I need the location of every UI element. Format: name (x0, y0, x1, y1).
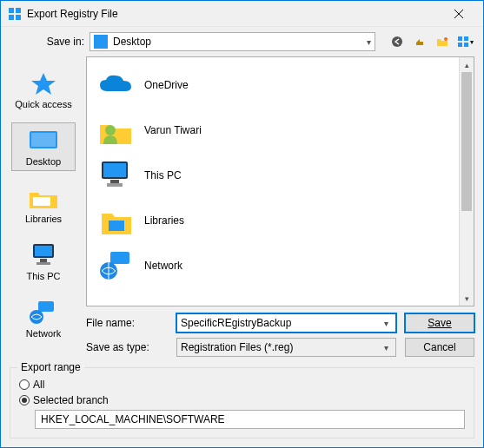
quick-access-icon (26, 69, 61, 97)
save-as-type-combo[interactable]: Registration Files (*.reg) ▾ (176, 338, 396, 357)
places-this-pc[interactable]: This PC (11, 237, 76, 286)
file-item-label: Libraries (144, 214, 184, 227)
file-item-onedrive[interactable]: OneDrive (87, 63, 474, 108)
svg-rect-11 (464, 43, 468, 47)
this-pc-icon (96, 155, 136, 195)
file-list[interactable]: OneDrive Varun Tiwari This PC Libraries … (86, 56, 474, 306)
form-rows: File name: ▾ Save Save as type: Registra… (86, 313, 474, 357)
places-libraries[interactable]: Libraries (11, 180, 76, 228)
svg-rect-15 (33, 197, 50, 206)
radio-selected-branch[interactable]: Selected branch (19, 394, 465, 406)
user-folder-icon (96, 110, 136, 150)
places-label: Libraries (25, 214, 62, 224)
svg-rect-14 (31, 133, 56, 147)
radio-all-label: All (33, 379, 44, 391)
file-item-label: This PC (144, 169, 182, 181)
svg-rect-3 (16, 15, 21, 20)
desktop-icon (94, 35, 108, 49)
libraries-icon (96, 201, 136, 240)
places-label: This PC (26, 271, 60, 281)
save-in-combo[interactable]: Desktop ▾ (90, 32, 375, 51)
chevron-down-icon: ▾ (367, 37, 371, 47)
filename-label: File name: (86, 317, 168, 329)
svg-point-22 (105, 125, 116, 135)
radio-all-dot (19, 379, 30, 390)
svg-rect-24 (103, 163, 126, 177)
file-item-label: Varun Tiwari (144, 124, 202, 136)
scroll-down-button[interactable]: ▾ (460, 291, 474, 306)
places-label: Network (26, 328, 61, 339)
branch-path-input[interactable] (35, 410, 465, 429)
filename-field[interactable] (181, 317, 381, 329)
radio-selected-dot (19, 395, 30, 405)
scroll-up-button[interactable]: ▴ (460, 57, 474, 72)
network-icon (26, 299, 61, 326)
filename-input[interactable]: ▾ (176, 313, 396, 333)
places-quick-access[interactable]: Quick access (11, 65, 76, 114)
file-item-network[interactable]: Network (87, 243, 474, 288)
title-bar: Export Registry File (1, 1, 483, 27)
places-label: Quick access (15, 99, 71, 109)
svg-point-6 (392, 36, 402, 47)
onedrive-icon (96, 65, 136, 105)
svg-rect-27 (109, 221, 124, 231)
this-pc-icon (26, 241, 61, 269)
close-button[interactable] (441, 1, 476, 27)
save-as-type-value: Registration Files (*.reg) (181, 341, 381, 353)
radio-all[interactable]: All (19, 379, 465, 391)
branch-path-field[interactable] (41, 413, 459, 425)
new-folder-button[interactable] (433, 32, 452, 51)
views-button[interactable]: ▾ (455, 32, 474, 51)
file-item-this-pc[interactable]: This PC (87, 153, 474, 198)
scrollbar[interactable]: ▴ ▾ (459, 57, 474, 306)
window-title: Export Registry File (27, 8, 441, 20)
file-item-label: OneDrive (144, 79, 189, 91)
svg-rect-20 (38, 301, 54, 312)
chevron-down-icon[interactable]: ▾ (381, 343, 392, 352)
up-one-level-button[interactable] (410, 32, 429, 51)
network-icon (96, 246, 136, 286)
back-button[interactable] (388, 32, 407, 51)
file-area: OneDrive Varun Tiwari This PC Libraries … (81, 56, 483, 362)
save-as-type-label: Save as type: (86, 341, 168, 353)
middle-area: Quick access Desktop Libraries This PC N… (1, 56, 483, 362)
export-range-group: Export range All Selected branch (10, 367, 474, 438)
radio-selected-label: Selected branch (33, 394, 109, 406)
svg-rect-10 (458, 43, 462, 47)
save-in-value: Desktop (113, 36, 151, 48)
svg-rect-0 (9, 8, 14, 13)
svg-rect-19 (36, 262, 50, 265)
svg-rect-2 (9, 15, 14, 20)
scroll-thumb[interactable] (461, 72, 472, 211)
svg-marker-12 (31, 73, 56, 95)
save-in-label: Save in: (36, 36, 84, 48)
places-label: Desktop (26, 156, 61, 167)
registry-icon (8, 7, 22, 21)
svg-rect-17 (35, 246, 52, 256)
svg-rect-28 (110, 252, 129, 264)
svg-rect-18 (40, 259, 47, 262)
places-desktop[interactable]: Desktop (11, 122, 76, 171)
svg-rect-8 (458, 36, 462, 41)
places-network[interactable]: Network (11, 294, 76, 343)
svg-rect-25 (110, 180, 119, 183)
svg-rect-26 (107, 183, 123, 187)
file-item-user[interactable]: Varun Tiwari (87, 108, 474, 153)
svg-rect-1 (16, 8, 21, 13)
svg-rect-9 (464, 36, 468, 41)
file-item-libraries[interactable]: Libraries (87, 198, 474, 243)
places-bar: Quick access Desktop Libraries This PC N… (6, 56, 81, 362)
save-button[interactable]: Save (405, 313, 474, 333)
export-range-legend: Export range (17, 361, 84, 373)
chevron-down-icon[interactable]: ▾ (381, 319, 392, 328)
file-list-inner: OneDrive Varun Tiwari This PC Libraries … (87, 57, 474, 306)
libraries-icon (26, 184, 61, 212)
cancel-button[interactable]: Cancel (405, 338, 474, 357)
toolbar: ▾ (388, 32, 474, 51)
desktop-icon (26, 127, 61, 155)
svg-point-7 (444, 37, 448, 41)
file-item-label: Network (144, 260, 182, 272)
save-in-row: Save in: Desktop ▾ ▾ (1, 27, 483, 56)
